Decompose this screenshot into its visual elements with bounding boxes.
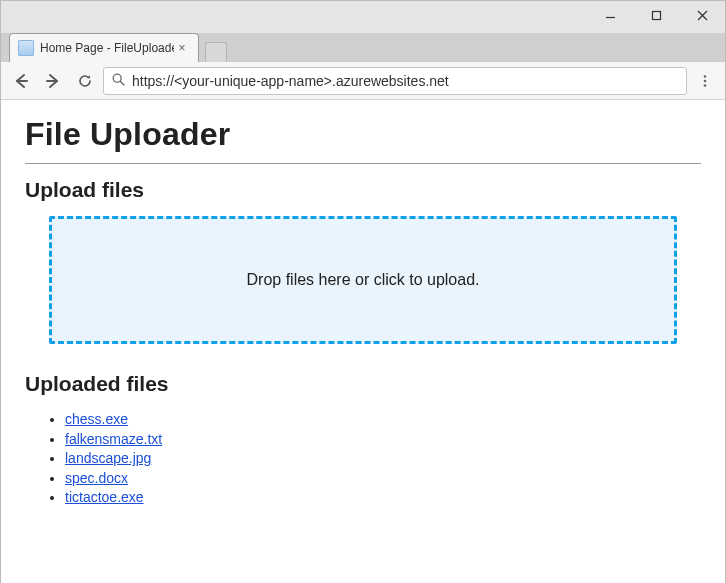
list-item: falkensmaze.txt [65,430,701,450]
svg-point-9 [704,79,707,82]
window-minimize-button[interactable] [587,1,633,29]
nav-back-button[interactable] [7,67,35,95]
kebab-menu-icon [698,74,712,88]
file-link[interactable]: spec.docx [65,470,128,486]
browser-toolbar: https://<your-unique-app-name>.azurewebs… [1,62,725,100]
upload-dropzone[interactable]: Drop files here or click to upload. [49,216,677,344]
nav-reload-button[interactable] [71,67,99,95]
address-url: https://<your-unique-app-name>.azurewebs… [132,73,678,89]
browser-tab-title: Home Page - FileUploade [40,41,174,55]
search-icon [112,73,125,89]
file-link[interactable]: chess.exe [65,411,128,427]
upload-heading: Upload files [25,178,701,202]
list-item: landscape.jpg [65,449,701,469]
dropzone-text: Drop files here or click to upload. [247,271,480,289]
page-title: File Uploader [25,116,701,153]
list-item: spec.docx [65,469,701,489]
svg-point-8 [704,75,707,78]
new-tab-button[interactable] [205,42,227,62]
list-item: tictactoe.exe [65,488,701,508]
maximize-icon [651,10,662,21]
browser-tab-active[interactable]: Home Page - FileUploade × [9,33,199,62]
minimize-icon [605,12,616,23]
address-bar[interactable]: https://<your-unique-app-name>.azurewebs… [103,67,687,95]
nav-forward-button[interactable] [39,67,67,95]
browser-tabstrip: Home Page - FileUploade × [1,33,725,62]
browser-menu-button[interactable] [691,67,719,95]
page-content: File Uploader Upload files Drop files he… [1,100,725,532]
window-titlebar [1,1,725,33]
svg-rect-1 [652,11,660,19]
divider [25,163,701,164]
svg-line-7 [120,81,124,85]
page-favicon-icon [18,40,34,56]
close-icon [697,10,708,21]
arrow-left-icon [12,72,30,90]
file-link[interactable]: landscape.jpg [65,450,151,466]
file-link[interactable]: falkensmaze.txt [65,431,162,447]
uploaded-file-list: chess.exe falkensmaze.txt landscape.jpg … [25,410,701,508]
svg-point-10 [704,84,707,87]
window-maximize-button[interactable] [633,1,679,29]
uploaded-heading: Uploaded files [25,372,701,396]
arrow-right-icon [44,72,62,90]
tab-close-button[interactable]: × [174,41,190,55]
reload-icon [77,73,93,89]
file-link[interactable]: tictactoe.exe [65,489,144,505]
list-item: chess.exe [65,410,701,430]
window-close-button[interactable] [679,1,725,29]
